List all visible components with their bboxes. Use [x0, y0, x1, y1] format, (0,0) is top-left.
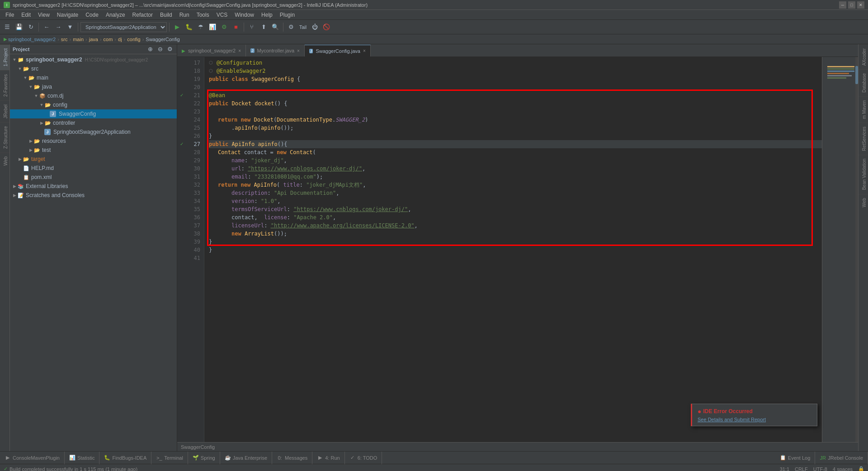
- tab-mycontroller[interactable]: J Mycontroller.java ×: [246, 45, 305, 57]
- status-indent[interactable]: 4 spaces: [833, 466, 853, 471]
- toolbar-git-btn[interactable]: ⑂: [246, 22, 257, 33]
- toolbar-save-btn[interactable]: 💾: [14, 22, 24, 33]
- menu-view[interactable]: View: [34, 10, 53, 20]
- bottom-tab-consolemaven[interactable]: ▶ ConsoleMavenPlugin: [0, 452, 65, 464]
- menu-analyze[interactable]: Analyze: [102, 10, 129, 20]
- maven-label[interactable]: m Maven: [859, 96, 868, 122]
- database-label[interactable]: Database: [859, 69, 868, 96]
- toolbar-recent-btn[interactable]: ▼: [65, 22, 75, 33]
- bottom-tab-spring[interactable]: 🌱 Spring: [188, 452, 220, 464]
- tree-item-controller[interactable]: ▶ 📂 controller: [10, 118, 177, 127]
- toolbar-git2-btn[interactable]: ⬆: [258, 22, 269, 33]
- bottom-tab-terminal[interactable]: >_ Terminal: [151, 452, 188, 464]
- tree-item-scratches[interactable]: ▶ 📝 Scratches and Consoles: [10, 191, 177, 200]
- breadcrumb-dj[interactable]: dj: [118, 37, 122, 42]
- project-tool-label[interactable]: 1-Project: [0, 44, 9, 70]
- menu-refactor[interactable]: Refactor: [129, 10, 156, 20]
- tab-close-mycontroller[interactable]: ×: [297, 48, 300, 53]
- breadcrumb-src[interactable]: src: [61, 37, 68, 42]
- retservices-label[interactable]: RetServices: [859, 122, 868, 155]
- toolbar-build-btn[interactable]: ⚙: [219, 22, 230, 33]
- tree-item-pomxml[interactable]: 📋 pom.xml: [10, 173, 177, 182]
- web-right-label[interactable]: Web: [859, 194, 868, 211]
- web-tool-label[interactable]: Web: [0, 152, 9, 169]
- project-settings-btn[interactable]: ⚙: [166, 45, 174, 53]
- status-encoding[interactable]: UTF-8: [813, 466, 827, 471]
- toolbar-debug-btn[interactable]: 🐛: [184, 22, 194, 33]
- tree-item-comdj[interactable]: ▼ 📦 com.dj: [10, 91, 177, 100]
- tab-close-springboot[interactable]: ×: [238, 48, 241, 53]
- menu-navigate[interactable]: Navigate: [53, 10, 82, 20]
- toolbar-back-btn[interactable]: ←: [41, 22, 52, 33]
- tab-swaggerconfig[interactable]: J SwaggerConfig.java ×: [305, 45, 371, 57]
- bottom-tab-findbugs[interactable]: 🐛 FindBugs-IDEA: [99, 452, 151, 464]
- menu-help[interactable]: Help: [258, 10, 276, 20]
- tail-label[interactable]: Tail: [297, 22, 308, 33]
- tree-item-test[interactable]: ▶ 📂 test: [10, 146, 177, 155]
- tree-item-target[interactable]: ▶ 📂 target: [10, 155, 177, 164]
- jrebel-tool-label[interactable]: JRebel: [0, 100, 9, 122]
- toolbar-search-btn[interactable]: 🔍: [270, 22, 281, 33]
- toolbar-menu-btn[interactable]: ☰: [2, 22, 13, 33]
- breadcrumb-project[interactable]: springboot_swagger2: [8, 37, 56, 42]
- breadcrumb-config[interactable]: config: [127, 37, 140, 42]
- bottom-tab-messages[interactable]: 0: Messages: [272, 452, 312, 464]
- bottom-tab-javaee[interactable]: ☕ Java Enterprise: [220, 452, 272, 464]
- axcoder-label[interactable]: AXcoder: [859, 44, 868, 69]
- tree-item-config[interactable]: ▼ 📂 config: [10, 100, 177, 109]
- breadcrumb-main[interactable]: main: [73, 37, 84, 42]
- toolbar-profile-btn[interactable]: 📊: [207, 22, 218, 33]
- menu-run[interactable]: Run: [176, 10, 193, 20]
- menu-window[interactable]: Window: [231, 10, 258, 20]
- maximize-button[interactable]: □: [848, 1, 855, 9]
- tab-close-swaggerconfig[interactable]: ×: [363, 48, 366, 53]
- toolbar-stop-btn[interactable]: ■: [231, 22, 241, 33]
- tree-item-swaggerconfig[interactable]: J SwaggerConfig: [10, 109, 177, 118]
- project-add-btn[interactable]: ⊕: [146, 45, 154, 53]
- status-crlf[interactable]: CRLF: [795, 466, 808, 471]
- tree-item-extlibs[interactable]: ▶ 📚 External Libraries: [10, 182, 177, 191]
- menu-plugin[interactable]: Plugin: [276, 10, 298, 20]
- menu-code[interactable]: Code: [82, 10, 102, 20]
- toolbar-coverage-btn[interactable]: ☂: [195, 22, 206, 33]
- minimize-button[interactable]: ─: [839, 1, 846, 9]
- tree-item-root[interactable]: ▼ 📁 springboot_swagger2 H:\CSDN\springbo…: [10, 55, 177, 64]
- tree-item-src[interactable]: ▼ 📂 src: [10, 64, 177, 73]
- favorites-tool-label[interactable]: 2-Favorites: [0, 70, 9, 100]
- status-position[interactable]: 31:1: [780, 466, 789, 471]
- menu-vcs[interactable]: VCS: [213, 10, 231, 20]
- breadcrumb-com[interactable]: com: [104, 37, 113, 42]
- bottom-tab-jrebel[interactable]: JR JRebel Console: [815, 452, 868, 464]
- tree-item-java[interactable]: ▼ 📂 java: [10, 82, 177, 91]
- toolbar-settings-btn[interactable]: ⚙: [286, 22, 297, 33]
- bottom-tab-statistic[interactable]: 📊 Statistic: [65, 452, 100, 464]
- bottom-tab-todo[interactable]: ✓ 6: TODO: [345, 452, 382, 464]
- error-submit-link[interactable]: See Details and Submit Report: [698, 417, 811, 422]
- breadcrumb-file[interactable]: SwaggerConfig: [146, 37, 179, 42]
- breadcrumb-java[interactable]: java: [89, 37, 98, 42]
- tree-item-helpmd[interactable]: 📄 HELP.md: [10, 164, 177, 173]
- toolbar-fwd-btn[interactable]: →: [53, 22, 64, 33]
- tree-item-main[interactable]: ▼ 📂 main: [10, 73, 177, 82]
- tab-springboot[interactable]: ▶ springboot_swagger2 ×: [177, 45, 246, 57]
- close-button[interactable]: ✕: [857, 1, 864, 9]
- window-controls[interactable]: ─ □ ✕: [839, 1, 864, 9]
- menu-tools[interactable]: Tools: [193, 10, 213, 20]
- run-config-dropdown[interactable]: SpringbootSwagger2Application: [80, 22, 167, 32]
- project-minus-btn[interactable]: ⊖: [156, 45, 164, 53]
- toolbar-power-btn[interactable]: ⏻: [309, 22, 320, 33]
- menu-edit[interactable]: Edit: [18, 10, 34, 20]
- bottom-tab-run[interactable]: ▶ 4: Run: [312, 452, 344, 464]
- toolbar-sync-btn[interactable]: ↻: [25, 22, 36, 33]
- bean-validation-label[interactable]: Bean Validation: [859, 155, 868, 193]
- code-content[interactable]: ⬡@Configuration ⬡@EnableSwagger2 public …: [204, 57, 822, 442]
- toolbar-stop2-btn[interactable]: 🚫: [321, 22, 332, 33]
- menu-build[interactable]: Build: [156, 10, 176, 20]
- menu-file[interactable]: File: [2, 10, 18, 20]
- structure-tool-label[interactable]: Z-Structure: [0, 122, 9, 152]
- code-editor[interactable]: ✓ ✓: [177, 57, 858, 442]
- toolbar-run-btn[interactable]: ▶: [172, 22, 183, 33]
- tree-item-springbootapp[interactable]: J SpringbootSwagger2Application: [10, 127, 177, 137]
- bottom-tab-eventlog[interactable]: 📋 Event Log: [775, 452, 816, 464]
- tree-item-resources[interactable]: ▶ 📂 resources: [10, 137, 177, 146]
